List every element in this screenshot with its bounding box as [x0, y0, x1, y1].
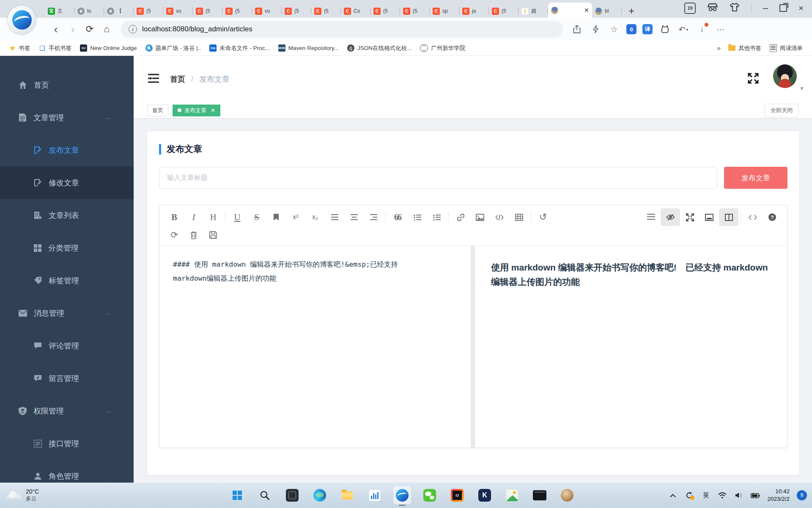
translate-extension-icon[interactable]: 译 [642, 24, 653, 34]
bookmark-mark-icon[interactable] [266, 208, 286, 226]
sidebar-item-category-management[interactable]: 分类管理 [0, 232, 134, 264]
extension-zero-icon[interactable]: 0 [626, 24, 636, 34]
article-title-input[interactable] [159, 167, 717, 189]
image-icon[interactable] [470, 208, 490, 226]
avatar-dropdown-caret-icon[interactable]: ▼ [799, 86, 804, 91]
browser-tab[interactable]: e【 [104, 4, 134, 18]
align-center-icon[interactable] [344, 208, 364, 226]
start-button[interactable] [228, 486, 246, 504]
browser-tab[interactable]: 宝主 [45, 4, 74, 18]
subscript-icon[interactable]: x₂ [305, 208, 325, 226]
tag-close-icon[interactable]: ✕ [211, 107, 215, 113]
sidebar-group-permissions[interactable]: 权限管理 ︿ [0, 395, 134, 427]
taskbar-app-widgets[interactable] [283, 486, 301, 504]
tag-view-home[interactable]: 首页 [147, 105, 168, 116]
save-icon[interactable] [203, 226, 223, 244]
wifi-icon[interactable] [718, 491, 727, 500]
close-all-tags-button[interactable]: 全部关闭 [765, 104, 798, 117]
html-source-icon[interactable] [743, 208, 763, 226]
align-right-icon[interactable] [364, 208, 383, 226]
bookmarks-overflow-chevron[interactable]: » [713, 44, 724, 52]
unordered-list-icon[interactable] [427, 208, 446, 226]
new-tab-button[interactable]: + [628, 6, 634, 16]
sidebar-item-api-management[interactable]: 接口管理 [0, 427, 134, 460]
browser-tab[interactable]: Cvu [252, 4, 282, 18]
browser-tab[interactable]: CCo [341, 4, 370, 18]
browser-tab[interactable]: C(5 [400, 4, 430, 18]
sidebar-item-article-list[interactable]: 文章列表 [0, 199, 134, 232]
browser-tab[interactable]: C(5 [489, 4, 518, 18]
close-window-button[interactable]: × [798, 3, 804, 13]
taskbar-app-wechat[interactable] [421, 486, 439, 504]
share-icon[interactable] [571, 23, 583, 36]
taskbar-app-intellij-idea[interactable]: IJ [448, 486, 466, 504]
weather-widget[interactable]: 20°C 多云 [0, 488, 45, 502]
fullscreen-editor-icon[interactable] [680, 208, 700, 226]
bookmark-item[interactable]: ❏手机书签 [34, 43, 76, 54]
search-button[interactable] [256, 486, 274, 504]
browser-tab[interactable]: C(5 [222, 4, 252, 18]
taskbar-app-edge[interactable] [311, 486, 329, 504]
taskbar-app-k[interactable]: K [476, 486, 494, 504]
strikethrough-icon[interactable]: S [247, 208, 266, 226]
bookmark-star-icon[interactable]: ☆ [608, 23, 620, 36]
table-icon[interactable] [509, 208, 529, 226]
sidebar-item-tag-management[interactable]: 标签管理 [0, 264, 134, 297]
maximize-button[interactable] [779, 4, 787, 12]
sidebar-item-message-board-management[interactable]: 留言管理 [0, 362, 134, 395]
performance-flash-icon[interactable] [589, 23, 602, 36]
italic-icon[interactable]: I [184, 208, 203, 226]
browser-tab[interactable]: Csp [430, 4, 459, 18]
taskbar-app-browser-active[interactable] [393, 486, 411, 504]
superscript-icon[interactable]: x² [286, 208, 305, 226]
back-button[interactable]: ‹ [47, 21, 64, 38]
browser-tab-active[interactable]: ✕ [548, 3, 592, 18]
browser-tab[interactable]: Cvu [163, 4, 193, 18]
bookmark-item[interactable]: 洛题单广场 - 洛谷 |.. [141, 43, 206, 54]
home-button[interactable]: ⌂ [98, 21, 115, 38]
sidebar-item-publish-article[interactable]: 发布文章 [0, 134, 134, 166]
bookmark-item[interactable]: OJNew Online Judge [76, 43, 141, 54]
tab-count-badge[interactable]: 19 [684, 3, 696, 14]
taskbar-app-chart[interactable] [366, 486, 384, 504]
sync-icon[interactable] [685, 491, 694, 500]
incognito-icon[interactable] [707, 3, 718, 13]
ordered-list-icon[interactable] [407, 208, 427, 226]
browser-tab[interactable]: C(5 [134, 4, 163, 18]
theme-shirt-icon[interactable] [730, 3, 740, 14]
split-columns-icon[interactable] [719, 208, 738, 226]
browser-tab[interactable]: C(5 [370, 4, 400, 18]
menu-dots-icon[interactable]: ⋯ [714, 23, 727, 36]
bookmark-item[interactable]: {}JSON在线格式化校... [343, 43, 416, 54]
bookmark-item[interactable]: On未命名文件 - Proc... [205, 43, 274, 54]
sidebar-collapse-icon[interactable] [148, 74, 159, 85]
undo-history-icon[interactable]: ↶▾ [677, 23, 690, 36]
undo-icon[interactable]: ↺ [533, 208, 553, 226]
markdown-source-pane[interactable]: #### 使用 markdown 编辑器来开始书写你的博客吧!&emsp;已经支… [159, 246, 471, 447]
help-icon[interactable]: ? [763, 208, 782, 226]
fullscreen-icon[interactable] [748, 73, 759, 86]
browser-tab[interactable]: C(5 [282, 4, 311, 18]
taskbar-app-gallery[interactable] [503, 486, 521, 504]
volume-icon[interactable] [734, 491, 743, 500]
taskbar-app-screen[interactable] [531, 486, 549, 504]
sidebar-item-edit-article[interactable]: 修改文章 [0, 166, 134, 199]
reload-content-icon[interactable]: ⟳ [165, 226, 184, 244]
bookmark-item[interactable]: ★书签 [5, 43, 34, 54]
ime-indicator[interactable]: 英 [701, 491, 710, 500]
sidebar-item-comment-management[interactable]: 评论管理 [0, 329, 134, 362]
tray-chevron-up-icon[interactable] [668, 491, 678, 500]
editor-split-divider[interactable] [471, 246, 475, 447]
browser-tab[interactable]: ⟨题 [518, 4, 548, 18]
align-left-icon[interactable] [325, 208, 344, 226]
underline-icon[interactable]: U [228, 208, 247, 226]
address-bar[interactable]: i localhost:8080/blog_admin/articles [121, 21, 563, 38]
trash-icon[interactable] [184, 226, 203, 244]
browser-tab[interactable]: bl [592, 4, 622, 18]
taskbar-clock[interactable]: 10:42 2023/2/2 [767, 488, 790, 502]
sidebar-group-articles[interactable]: 文章管理 ︿ [0, 101, 134, 134]
breadcrumb-home[interactable]: 首页 [170, 74, 185, 84]
browser-tab[interactable]: C(5 [311, 4, 341, 18]
sidebar-item-role-management[interactable]: 角色管理 [0, 460, 134, 483]
browser-logo[interactable] [8, 6, 36, 34]
